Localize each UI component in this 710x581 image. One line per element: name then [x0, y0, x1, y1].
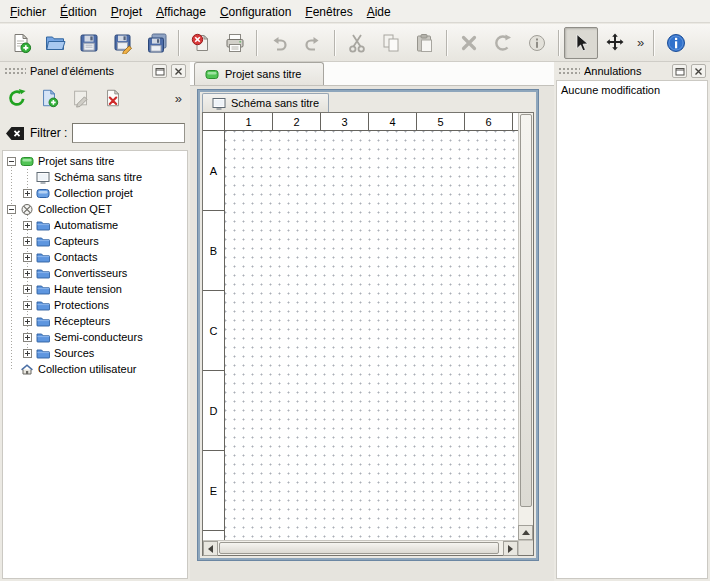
undo-dock-titlebar: Annulations	[554, 62, 710, 80]
row-label: A	[203, 131, 224, 211]
reload-collections-button[interactable]	[3, 84, 31, 112]
expand-expander-icon[interactable]	[23, 285, 32, 294]
collapse-expander-icon[interactable]	[7, 157, 16, 166]
project-icon	[20, 155, 34, 168]
help-button[interactable]	[659, 27, 693, 59]
menu-aide[interactable]: Aide	[360, 1, 398, 22]
expand-expander-icon[interactable]	[23, 269, 32, 278]
vertical-scroll-thumb[interactable]	[520, 114, 532, 507]
diagram-canvas[interactable]	[225, 131, 518, 540]
clear-filter-button[interactable]	[5, 126, 25, 141]
horizontal-scrollbar[interactable]	[203, 540, 518, 555]
tree-item-schema[interactable]: Schéma sans titre	[3, 169, 187, 185]
paste-button[interactable]	[408, 27, 442, 59]
menu-bar: Fichier Édition Projet Affichage Configu…	[0, 0, 710, 23]
select-mode-button[interactable]	[564, 27, 598, 59]
close-file-button[interactable]	[184, 27, 218, 59]
edit-element-button[interactable]	[67, 84, 95, 112]
menu-edition[interactable]: Édition	[53, 1, 104, 22]
print-button[interactable]	[218, 27, 252, 59]
tree-item-protections[interactable]: Protections	[3, 297, 187, 313]
left-arrow-icon	[208, 545, 213, 553]
toolbar-overflow-chevron[interactable]: »	[632, 35, 649, 50]
new-element-button[interactable]	[35, 84, 63, 112]
row-label: C	[203, 291, 224, 371]
scroll-left-button[interactable]	[203, 541, 218, 556]
undo-button[interactable]	[262, 27, 296, 59]
dock-float-button[interactable]	[672, 64, 687, 78]
expand-expander-icon[interactable]	[23, 333, 32, 342]
move-icon	[604, 32, 626, 54]
undo-history-dock: Annulations Aucune modification	[554, 62, 710, 581]
copy-button[interactable]	[374, 27, 408, 59]
folder-icon	[36, 283, 50, 296]
folder-icon	[36, 267, 50, 280]
save-button[interactable]	[72, 27, 106, 59]
save-all-button[interactable]	[140, 27, 174, 59]
tree-item-convertisseurs[interactable]: Convertisseurs	[3, 265, 187, 281]
delete-element-icon	[103, 88, 123, 108]
delete-button[interactable]	[452, 27, 486, 59]
tree-item-sources[interactable]: Sources	[3, 345, 187, 361]
dock-grip-handle[interactable]	[4, 67, 26, 76]
scroll-right-button[interactable]	[503, 541, 518, 556]
reload-icon	[7, 88, 27, 108]
tab-projet-sans-titre[interactable]: Projet sans titre	[194, 62, 324, 85]
redo-button[interactable]	[296, 27, 330, 59]
column-label: 5	[417, 113, 465, 130]
undo-empty-message: Aucune modification	[561, 84, 660, 96]
expand-expander-icon[interactable]	[23, 301, 32, 310]
info-icon	[526, 32, 548, 54]
dock-grip-handle[interactable]	[558, 67, 580, 76]
tree-item-semi-conducteurs[interactable]: Semi-conducteurs	[3, 329, 187, 345]
menu-projet[interactable]: Projet	[104, 1, 149, 22]
main-toolbar: »	[0, 24, 710, 62]
vertical-scrollbar[interactable]	[518, 113, 533, 540]
tree-item-automatisme[interactable]: Automatisme	[3, 217, 187, 233]
expand-expander-icon[interactable]	[23, 317, 32, 326]
diagram-tab-bar: Schéma sans titre	[200, 92, 536, 112]
edit-element-icon	[71, 88, 91, 108]
menu-fichier[interactable]: Fichier	[3, 1, 53, 22]
scroll-up-button[interactable]	[518, 525, 533, 540]
new-document-button[interactable]	[4, 27, 38, 59]
clear-filter-icon	[5, 126, 25, 141]
expand-expander-icon[interactable]	[23, 221, 32, 230]
expand-expander-icon[interactable]	[23, 237, 32, 246]
dock-close-button[interactable]	[171, 64, 186, 78]
dock-float-button[interactable]	[152, 64, 167, 78]
column-label: 3	[321, 113, 369, 130]
elements-panel-dock: Panel d'éléments » Filtrer :	[0, 62, 190, 581]
horizontal-scroll-thumb[interactable]	[219, 542, 499, 554]
tree-item-haute-tension[interactable]: Haute tension	[3, 281, 187, 297]
expand-expander-icon[interactable]	[23, 189, 32, 198]
tree-item-capteurs[interactable]: Capteurs	[3, 233, 187, 249]
tab-schema-sans-titre[interactable]: Schéma sans titre	[202, 93, 329, 112]
float-icon	[155, 67, 165, 76]
panel-overflow-chevron[interactable]: »	[170, 91, 187, 106]
menu-configuration[interactable]: Configuration	[213, 1, 298, 22]
delete-element-button[interactable]	[99, 84, 127, 112]
info-button[interactable]	[520, 27, 554, 59]
cut-button[interactable]	[340, 27, 374, 59]
folder-icon	[36, 219, 50, 232]
menu-affichage[interactable]: Affichage	[149, 1, 213, 22]
tree-item-collection-qet[interactable]: Collection QET	[3, 201, 187, 217]
move-mode-button[interactable]	[598, 27, 632, 59]
tree-item-recepteurs[interactable]: Récepteurs	[3, 313, 187, 329]
elements-panel-toolbar: »	[0, 80, 190, 116]
expand-expander-icon[interactable]	[23, 349, 32, 358]
collapse-expander-icon[interactable]	[7, 205, 16, 214]
filter-input[interactable]	[72, 123, 185, 143]
qet-collection-icon	[20, 203, 34, 216]
tree-item-collection-projet[interactable]: Collection projet	[3, 185, 187, 201]
dock-close-button[interactable]	[691, 64, 706, 78]
open-button[interactable]	[38, 27, 72, 59]
expand-expander-icon[interactable]	[23, 253, 32, 262]
rotate-button[interactable]	[486, 27, 520, 59]
save-as-button[interactable]	[106, 27, 140, 59]
tree-item-project[interactable]: Projet sans titre	[3, 153, 187, 169]
tree-item-collection-utilisateur[interactable]: Collection utilisateur	[3, 361, 187, 377]
tree-item-contacts[interactable]: Contacts	[3, 249, 187, 265]
menu-fenetres[interactable]: Fenêtres	[298, 1, 359, 22]
